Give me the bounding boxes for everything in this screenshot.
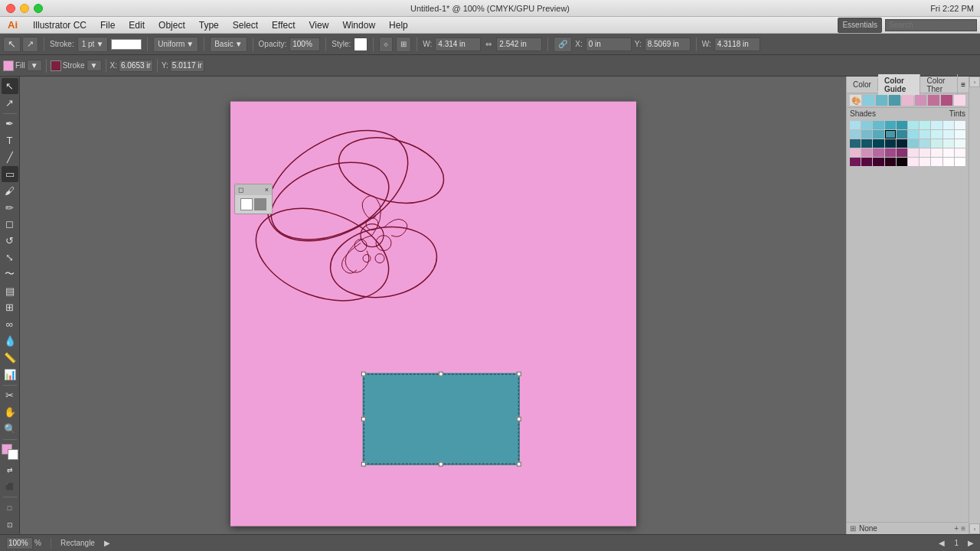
tint-cell[interactable] — [908, 148, 919, 157]
shade-cell[interactable] — [850, 130, 861, 139]
pencil-tool[interactable]: ✏ — [2, 200, 18, 216]
tint-cell[interactable] — [943, 121, 954, 129]
type-tool[interactable]: T — [2, 132, 18, 148]
shade-cell[interactable] — [873, 148, 884, 157]
y2-input[interactable] — [170, 60, 204, 72]
tint-cell[interactable] — [943, 158, 954, 166]
maximize-button[interactable] — [34, 4, 43, 13]
shade-cell[interactable] — [873, 130, 884, 139]
stroke-dropdown[interactable]: ▼ — [87, 60, 102, 71]
shade-cell[interactable] — [885, 139, 896, 148]
direct-select-btn[interactable]: ↗ — [22, 37, 38, 52]
handle-mid-right[interactable] — [516, 417, 521, 422]
shade-cell[interactable] — [897, 121, 907, 129]
handle-bottom-right[interactable] — [516, 462, 521, 467]
swatch-2[interactable] — [876, 95, 887, 106]
width-input[interactable] — [435, 37, 481, 51]
tint-cell[interactable] — [920, 139, 930, 148]
selection-tool[interactable]: ↖ — [2, 78, 18, 94]
swatch-3[interactable] — [889, 95, 900, 106]
hand-tool[interactable]: ✋ — [2, 404, 18, 420]
swap-colors-btn[interactable]: ⇄ — [2, 462, 18, 478]
shade-cell[interactable] — [850, 158, 861, 166]
graph-tool[interactable]: 📊 — [2, 367, 18, 383]
tint-cell[interactable] — [908, 130, 919, 139]
menu-object[interactable]: Object — [152, 18, 191, 32]
zoom-tool[interactable]: 🔍 — [2, 421, 18, 437]
tint-cell[interactable] — [955, 158, 965, 166]
rectangle-tool[interactable]: ▭ — [2, 166, 18, 182]
menu-file[interactable]: File — [94, 18, 121, 32]
tint-cell[interactable] — [931, 158, 942, 166]
height-input[interactable] — [496, 37, 542, 51]
line-tool[interactable]: ╱ — [2, 149, 18, 165]
handle-top-center[interactable] — [439, 372, 443, 377]
fill-swatch[interactable] — [3, 60, 14, 71]
menu-view[interactable]: View — [303, 18, 335, 32]
brush-panel-header[interactable]: ◻ × — [235, 184, 272, 195]
panel-collapse-btn[interactable]: › — [969, 77, 980, 87]
warp-tool[interactable]: 〜 — [2, 266, 18, 282]
selected-rectangle[interactable] — [362, 373, 519, 465]
stroke-swatch[interactable] — [51, 60, 61, 71]
menu-edit[interactable]: Edit — [122, 18, 151, 32]
shade-cell[interactable] — [861, 130, 872, 139]
shade-cell[interactable] — [850, 139, 861, 148]
swatch-8[interactable] — [954, 95, 965, 106]
shade-cell[interactable] — [861, 148, 872, 157]
x-input[interactable] — [586, 37, 632, 51]
tint-cell[interactable] — [908, 139, 919, 148]
shade-cell[interactable] — [850, 148, 861, 157]
swatch-6[interactable] — [928, 95, 939, 106]
tint-cell[interactable] — [920, 121, 930, 129]
tint-cell[interactable] — [955, 139, 965, 148]
mesh-tool[interactable]: ⊞ — [2, 300, 18, 316]
menu-illustrator[interactable]: Illustrator CC — [27, 18, 93, 32]
panel-options-icon[interactable]: ≡ — [961, 524, 965, 533]
shade-cell[interactable] — [897, 139, 907, 148]
tint-cell[interactable] — [943, 148, 954, 157]
menu-select[interactable]: Select — [227, 18, 264, 32]
handle-bottom-left[interactable] — [361, 462, 365, 467]
swatch-1[interactable] — [863, 95, 874, 106]
stroke-weight-dropdown[interactable]: 1 pt ▼ — [77, 37, 109, 52]
draw-mode-btn[interactable]: □ — [2, 500, 18, 516]
canvas-area[interactable]: ◻ × — [20, 77, 846, 534]
zoom-input[interactable] — [6, 537, 33, 549]
shade-cell[interactable] — [885, 158, 896, 166]
tint-cell[interactable] — [955, 121, 965, 129]
menu-type[interactable]: Type — [193, 18, 225, 32]
direct-selection-tool[interactable]: ↗ — [2, 95, 18, 111]
swatch-color-icon[interactable]: 🎨 — [850, 95, 861, 106]
workspace-dropdown[interactable]: Essentials — [838, 18, 882, 33]
tab-color-guide[interactable]: Color Guide — [878, 74, 921, 96]
search-input[interactable] — [885, 19, 977, 31]
scale-tool[interactable]: ⤡ — [2, 249, 18, 266]
menu-help[interactable]: Help — [383, 18, 414, 32]
menu-effect[interactable]: Effect — [266, 18, 301, 32]
pen-tool[interactable]: ✒ — [2, 116, 18, 132]
w2-input[interactable] — [714, 37, 760, 51]
blend-tool[interactable]: ∞ — [2, 316, 18, 332]
handle-mid-left[interactable] — [361, 417, 365, 422]
tint-cell[interactable] — [931, 121, 942, 129]
swatch-7[interactable] — [941, 95, 952, 106]
shade-cell[interactable] — [873, 158, 884, 166]
minimize-button[interactable] — [20, 4, 29, 13]
tint-cell[interactable] — [955, 148, 965, 157]
tint-cell[interactable] — [920, 158, 930, 166]
background-color[interactable] — [8, 449, 18, 460]
measure-tool[interactable]: 📏 — [2, 350, 18, 366]
screen-mode-btn[interactable]: ⊡ — [2, 517, 18, 533]
tint-cell[interactable] — [943, 139, 954, 148]
shade-cell[interactable] — [861, 121, 872, 129]
tint-cell[interactable] — [931, 130, 942, 139]
shade-cell[interactable] — [897, 158, 907, 166]
panel-view-icon[interactable]: ⊞ — [850, 524, 856, 533]
shade-cell[interactable] — [873, 139, 884, 148]
slice-tool[interactable]: ✂ — [2, 388, 18, 404]
panel-menu-btn[interactable]: ≡ — [958, 79, 969, 90]
select-tool-btn[interactable]: ↖ — [3, 37, 21, 52]
shade-cell[interactable] — [850, 121, 861, 129]
shade-cell[interactable] — [885, 148, 896, 157]
